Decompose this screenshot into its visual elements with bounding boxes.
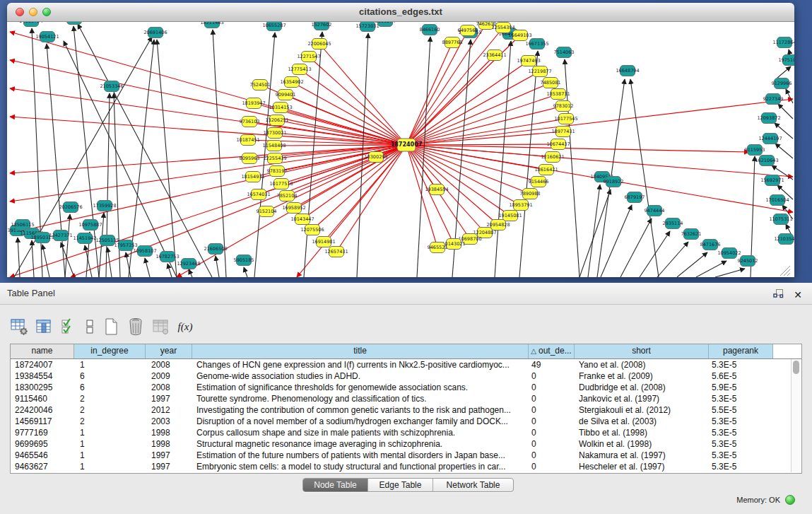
row-height-button[interactable] (84, 317, 95, 337)
graph-node-label: 9154466 (529, 179, 549, 185)
graph-node-label: 18506115 (11, 222, 34, 228)
scrollbar-thumb[interactable] (793, 361, 799, 374)
table-cell: 9465546 (11, 450, 74, 461)
table-row[interactable]: 977716911998Corpus callosum shape and si… (11, 427, 801, 438)
table-row[interactable]: 946554611997Estimation of the future num… (11, 450, 801, 461)
table-cell: 2 (74, 393, 146, 404)
graph-node-label: 9736103 (240, 119, 260, 124)
column-header-year[interactable]: year (146, 344, 192, 358)
table-cell: de Silva et al. (2003) (575, 416, 709, 427)
column-header-pagerank[interactable]: pagerank (709, 344, 773, 358)
graph-node-label: 7852104 (277, 193, 298, 199)
graph-node-label: 21053346 (100, 83, 123, 89)
import-table-button-disabled (151, 317, 170, 337)
graph-node-label: 12093872 (757, 115, 780, 121)
graph-edge (406, 145, 749, 152)
graph-node-label: 18724007 (391, 141, 423, 148)
graph-edge (775, 144, 793, 158)
table-row[interactable]: 1830029562008Estimation of significance … (11, 382, 801, 393)
table-cell: Structural magnetic resonance image aver… (192, 438, 529, 450)
citation-network-graph[interactable]: 2405572419054121205334812069140618211463… (7, 22, 794, 277)
table-cell: Franke et al. (2009) (575, 370, 709, 382)
graph-edge (406, 132, 563, 145)
table-settings-button[interactable] (10, 317, 28, 337)
graph-node-label: 12160621 (541, 154, 564, 160)
column-header-short[interactable]: short (575, 344, 709, 358)
graph-edge (213, 30, 226, 277)
graph-node-label: 7514063 (554, 49, 575, 55)
network-window-titlebar[interactable]: citations_edges.txt (7, 3, 794, 22)
table-cell: 1998 (146, 427, 192, 438)
table-cell: Genome-wide association studies in ADHD. (192, 370, 529, 382)
graph-node-label: 11075311 (769, 216, 792, 222)
graph-node-label: 12444197 (758, 136, 782, 141)
graph-node-label: 12075506 (300, 227, 324, 233)
close-panel-icon[interactable]: ✕ (794, 290, 802, 300)
network-canvas[interactable]: 2405572419054121205334812069140618211463… (7, 22, 794, 277)
table-cell: 19384554 (11, 370, 74, 382)
table-cell: 0 (529, 382, 575, 393)
table-cell: 1 (74, 450, 146, 461)
graph-node[interactable] (67, 22, 82, 25)
graph-edge (777, 66, 791, 78)
graph-node-label: 12657431 (324, 249, 348, 255)
graph-edge (406, 145, 437, 247)
graph-node-label: 13206251 (265, 117, 288, 123)
graph-node-label: 9152104 (257, 209, 277, 214)
network-nodes-layer: 2405572419054121205334812069140618211463… (8, 22, 794, 269)
function-builder-button[interactable]: f(x) (176, 317, 194, 337)
graph-node-label: 8466160 (420, 27, 440, 33)
float-panel-icon[interactable] (773, 288, 784, 301)
table-vertical-scrollbar[interactable] (791, 359, 801, 472)
graph-edge (10, 32, 406, 145)
show-hide-columns-button[interactable] (59, 317, 78, 337)
create-column-button[interactable] (102, 317, 120, 337)
status-bar: Memory: OK (736, 495, 795, 505)
table-panel-title: Table Panel (7, 283, 55, 304)
delete-column-button[interactable] (126, 317, 145, 337)
graph-node-label: 9245012 (738, 258, 758, 264)
tab-node-table[interactable]: Node Table (303, 479, 368, 491)
graph-node-label: 17359928 (93, 203, 116, 209)
graph-node-label: 10674437 (546, 141, 570, 147)
table-header-row: namein_degreeyeartitle△out_de...shortpag… (11, 344, 801, 359)
table-row[interactable]: 969969511998Structural magnetic resonanc… (11, 438, 801, 450)
column-header-out_de[interactable]: △out_de... (529, 344, 575, 358)
graph-node-label: 10954022 (717, 250, 741, 256)
graph-node-label: 18977431 (551, 129, 575, 134)
column-header-title[interactable]: title (192, 344, 529, 358)
tab-edge-table[interactable]: Edge Table (368, 479, 433, 491)
graph-node-label: 23364411 (483, 52, 506, 58)
table-row[interactable]: 946362711997Embryonic stem cells: a mode… (11, 461, 801, 472)
tab-network-table[interactable]: Network Table (433, 479, 513, 491)
graph-node-label: 15723031 (355, 23, 379, 29)
table-panel-titlebar: Table Panel ✕ (0, 283, 812, 305)
table-row[interactable]: 1456911722003Disruption of a novel membe… (11, 416, 801, 427)
graph-node-label: 12554394 (491, 25, 514, 30)
table-cell: Jankovic et al. (1997) (575, 393, 709, 404)
select-column-button[interactable] (35, 317, 53, 337)
table-cell: Tourette syndrome. Phenomenology and cla… (192, 393, 529, 404)
graph-node-label: 18193947 (242, 100, 265, 106)
table-row[interactable]: 911546021997Tourette syndrome. Phenomeno… (11, 393, 801, 404)
graph-edge (417, 37, 430, 277)
table-cell: 5.3E-5 (709, 359, 773, 370)
graph-node-label: 19747493 (517, 58, 540, 64)
window-resize-grip[interactable] (780, 266, 790, 276)
table-row[interactable]: 2242004622012Investigating the contribut… (11, 404, 801, 416)
graph-node-label: 21606509 (204, 246, 227, 252)
column-header-name[interactable]: name (11, 344, 74, 358)
table-row[interactable]: 1872400712008Changes of HCN gene express… (11, 359, 801, 370)
graph-node-label: 18300295 (364, 154, 387, 160)
table-cell: 49 (529, 359, 575, 370)
graph-node-label: 11548408 (262, 143, 286, 148)
column-header-in_degree[interactable]: in_degree (74, 344, 146, 358)
graph-node-label: 16782753 (155, 254, 179, 259)
table-cell: 0 (529, 461, 575, 472)
memory-ok-indicator[interactable] (785, 495, 795, 505)
table-cell: Embryonic stem cells: a model to study s… (192, 461, 529, 472)
table-row[interactable]: 1938455462009Genome-wide association stu… (11, 370, 801, 382)
graph-node-label: 18538731 (546, 91, 570, 97)
table-cell: 5.3E-5 (709, 461, 773, 472)
table-cell: 1 (74, 438, 146, 450)
